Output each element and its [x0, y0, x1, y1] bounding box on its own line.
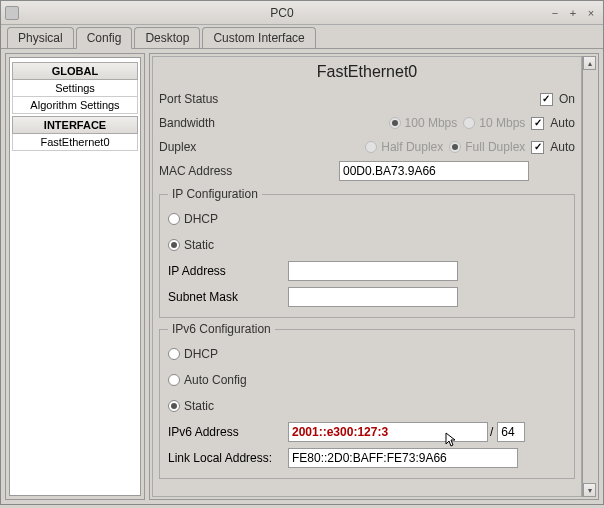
- mac-label: MAC Address: [159, 164, 339, 178]
- app-window: PC0 − + × Physical Config Desktop Custom…: [0, 0, 604, 505]
- ipv6-config-group: IPv6 Configuration DHCP Auto Config Stat…: [159, 322, 575, 479]
- bandwidth-radio-100[interactable]: [389, 117, 401, 129]
- ipv6-mode-auto-label: Auto Config: [184, 373, 247, 387]
- ip-config-legend: IP Configuration: [168, 187, 262, 201]
- ip-address-label: IP Address: [168, 264, 288, 278]
- ipv6-prefix-input[interactable]: [497, 422, 525, 442]
- close-button[interactable]: ×: [583, 6, 599, 20]
- duplex-opt-half: Half Duplex: [381, 140, 443, 154]
- port-status-checkbox[interactable]: [540, 93, 553, 106]
- tab-physical[interactable]: Physical: [7, 27, 74, 48]
- bandwidth-opt-100: 100 Mbps: [405, 116, 458, 130]
- bandwidth-opt-10: 10 Mbps: [479, 116, 525, 130]
- duplex-auto-label: Auto: [550, 140, 575, 154]
- subnet-mask-input[interactable]: [288, 287, 458, 307]
- duplex-auto-checkbox[interactable]: [531, 141, 544, 154]
- port-status-label: Port Status: [159, 92, 269, 106]
- panel-title: FastEthernet0: [159, 61, 575, 87]
- titlebar: PC0 − + ×: [1, 1, 603, 25]
- ipv6-address-input[interactable]: [288, 422, 488, 442]
- ipv6-mode-dhcp-label: DHCP: [184, 347, 218, 361]
- main-container: FastEthernet0 Port Status On Bandwidth 1…: [149, 53, 599, 500]
- row-duplex: Duplex Half Duplex Full Duplex Auto: [159, 135, 575, 159]
- mac-input[interactable]: [339, 161, 529, 181]
- sidebar-header-global: GLOBAL: [12, 62, 138, 80]
- duplex-radio-full[interactable]: [449, 141, 461, 153]
- tab-config[interactable]: Config: [76, 27, 133, 49]
- scroll-down-button[interactable]: ▾: [583, 483, 596, 497]
- bandwidth-radio-10[interactable]: [463, 117, 475, 129]
- duplex-opt-full: Full Duplex: [465, 140, 525, 154]
- bandwidth-label: Bandwidth: [159, 116, 269, 130]
- maximize-button[interactable]: +: [565, 6, 581, 20]
- tab-custom-interface[interactable]: Custom Interface: [202, 27, 315, 48]
- ip-mode-static-radio[interactable]: [168, 239, 180, 251]
- ip-mode-static-label: Static: [184, 238, 214, 252]
- ipv6-mode-static-radio[interactable]: [168, 400, 180, 412]
- ip-address-input[interactable]: [288, 261, 458, 281]
- row-mac: MAC Address: [159, 159, 575, 183]
- sidebar: GLOBAL Settings Algorithm Settings INTER…: [9, 57, 141, 496]
- port-status-on-label: On: [559, 92, 575, 106]
- sidebar-item-fastethernet0[interactable]: FastEthernet0: [12, 134, 138, 151]
- row-bandwidth: Bandwidth 100 Mbps 10 Mbps Auto: [159, 111, 575, 135]
- window-title: PC0: [19, 6, 545, 20]
- tab-desktop[interactable]: Desktop: [134, 27, 200, 48]
- ipv6-mode-static-label: Static: [184, 399, 214, 413]
- bandwidth-auto-label: Auto: [550, 116, 575, 130]
- ip-mode-dhcp-label: DHCP: [184, 212, 218, 226]
- link-local-label: Link Local Address:: [168, 451, 288, 465]
- bandwidth-auto-checkbox[interactable]: [531, 117, 544, 130]
- scrollbar[interactable]: ▴ ▾: [582, 56, 596, 497]
- ipv6-mode-dhcp-radio[interactable]: [168, 348, 180, 360]
- link-local-input[interactable]: [288, 448, 518, 468]
- duplex-radio-half[interactable]: [365, 141, 377, 153]
- ip-mode-dhcp-radio[interactable]: [168, 213, 180, 225]
- subnet-mask-label: Subnet Mask: [168, 290, 288, 304]
- content-area: GLOBAL Settings Algorithm Settings INTER…: [1, 49, 603, 504]
- tab-bar: Physical Config Desktop Custom Interface: [1, 25, 603, 49]
- duplex-label: Duplex: [159, 140, 269, 154]
- sidebar-item-algorithm-settings[interactable]: Algorithm Settings: [12, 97, 138, 114]
- scroll-track[interactable]: [583, 70, 596, 483]
- config-panel: FastEthernet0 Port Status On Bandwidth 1…: [152, 56, 582, 497]
- sidebar-header-interface: INTERFACE: [12, 116, 138, 134]
- sidebar-container: GLOBAL Settings Algorithm Settings INTER…: [5, 53, 145, 500]
- sidebar-item-settings[interactable]: Settings: [12, 80, 138, 97]
- ip-config-group: IP Configuration DHCP Static IP Address …: [159, 187, 575, 318]
- scroll-up-button[interactable]: ▴: [583, 56, 596, 70]
- ipv6-address-label: IPv6 Address: [168, 425, 288, 439]
- row-port-status: Port Status On: [159, 87, 575, 111]
- app-icon: [5, 6, 19, 20]
- ipv6-config-legend: IPv6 Configuration: [168, 322, 275, 336]
- ipv6-mode-auto-radio[interactable]: [168, 374, 180, 386]
- minimize-button[interactable]: −: [547, 6, 563, 20]
- ipv6-prefix-slash: /: [488, 425, 495, 439]
